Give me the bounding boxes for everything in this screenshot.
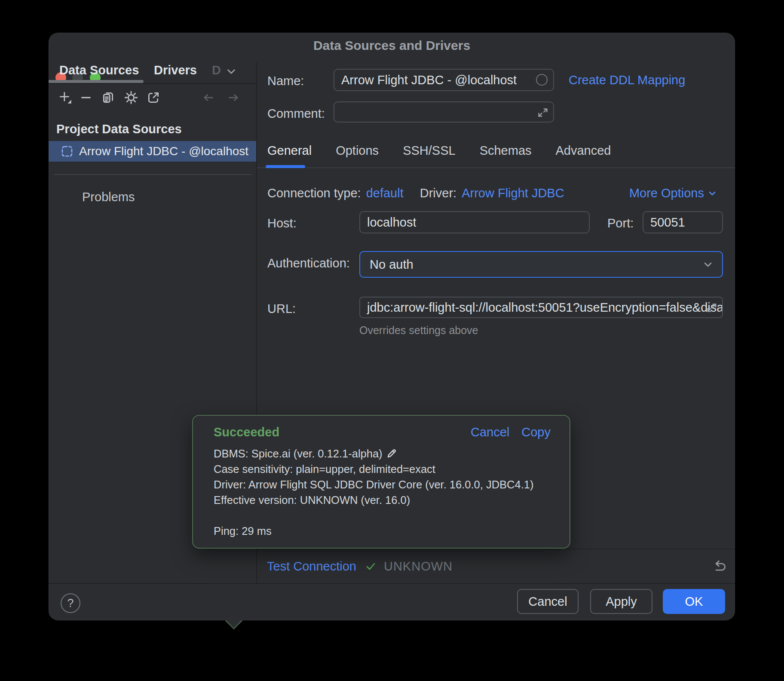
connection-status-bar: Test Connection UNKNOWN bbox=[257, 549, 735, 583]
tab-general[interactable]: General bbox=[267, 144, 312, 158]
effective-version-line: Effective version: UNKNOWN (ver. 16.0) bbox=[214, 492, 533, 508]
popup-pointer-notch bbox=[225, 612, 242, 629]
test-connection-result-popup: Succeeded Cancel Copy DBMS: Spice.ai (ve… bbox=[192, 415, 570, 549]
cancel-button[interactable]: Cancel bbox=[517, 589, 579, 614]
name-input[interactable]: Arrow Flight JDBC - @localhost bbox=[334, 69, 554, 91]
connection-type-row: Connection type:defaultDriver:Arrow Flig… bbox=[267, 186, 564, 200]
tab-schemas[interactable]: Schemas bbox=[480, 144, 532, 158]
ok-button[interactable]: OK bbox=[663, 589, 725, 614]
port-value: 50051 bbox=[643, 215, 685, 230]
url-label: URL: bbox=[267, 302, 296, 316]
popup-cancel-link[interactable]: Cancel bbox=[471, 425, 509, 439]
tab-data-sources[interactable]: Data Sources bbox=[59, 63, 139, 77]
help-button[interactable]: ? bbox=[61, 593, 80, 613]
status-succeeded: Succeeded bbox=[214, 425, 279, 439]
url-note: Overrides settings above bbox=[359, 324, 478, 337]
ping-line: Ping: 29 ms bbox=[214, 523, 533, 539]
tab-advanced[interactable]: Advanced bbox=[556, 144, 611, 158]
url-value: jdbc:arrow-flight-sql://localhost:50051?… bbox=[360, 301, 722, 315]
popup-copy-link[interactable]: Copy bbox=[521, 425, 551, 439]
sidebar-separator bbox=[54, 174, 252, 175]
port-label: Port: bbox=[607, 216, 634, 230]
comment-label: Comment: bbox=[267, 107, 325, 121]
port-input[interactable]: 50051 bbox=[643, 211, 723, 233]
authentication-label: Authentication: bbox=[267, 256, 350, 270]
project-data-sources-header: Project Data Sources bbox=[56, 122, 182, 136]
remove-icon[interactable] bbox=[79, 90, 93, 105]
host-label: Host: bbox=[267, 216, 297, 230]
expand-editor-icon[interactable] bbox=[537, 106, 549, 118]
tabbar-border bbox=[257, 167, 735, 168]
footer-separator bbox=[49, 583, 735, 584]
database-dashed-icon bbox=[61, 145, 74, 158]
help-question-icon: ? bbox=[67, 597, 74, 610]
spacer bbox=[214, 508, 533, 523]
window-title: Data Sources and Drivers bbox=[49, 38, 735, 53]
add-data-source-icon[interactable] bbox=[58, 90, 73, 105]
active-settings-tab-indicator bbox=[266, 165, 305, 168]
name-value: Arrow Flight JDBC - @localhost bbox=[334, 73, 517, 87]
test-connection-link[interactable]: Test Connection bbox=[267, 559, 356, 574]
tab-options[interactable]: Options bbox=[336, 144, 379, 158]
host-input[interactable]: localhost bbox=[359, 211, 590, 233]
open-in-new-window-icon[interactable] bbox=[146, 90, 161, 105]
dbms-text: DBMS: Spice.ai (ver. 0.12.1-alpha) bbox=[214, 448, 383, 460]
forward-arrow-icon[interactable] bbox=[226, 90, 241, 105]
create-ddl-mapping-link[interactable]: Create DDL Mapping bbox=[569, 73, 685, 87]
screen: Data Sources and Drivers Data Sources Dr… bbox=[0, 0, 784, 681]
data-sources-dialog: Data Sources and Drivers Data Sources Dr… bbox=[49, 33, 735, 620]
host-value: localhost bbox=[360, 215, 416, 230]
tab-drivers[interactable]: Drivers bbox=[154, 63, 197, 77]
dbms-line: DBMS: Spice.ai (ver. 0.12.1-alpha) bbox=[214, 446, 533, 461]
duplicate-icon[interactable] bbox=[101, 90, 116, 105]
tab-ssh-ssl[interactable]: SSH/SSL bbox=[403, 144, 456, 158]
connection-result-text: UNKNOWN bbox=[384, 559, 453, 574]
comment-input[interactable] bbox=[334, 101, 554, 123]
success-check-icon bbox=[364, 560, 377, 573]
data-source-list-item-selected[interactable]: Arrow Flight JDBC - @localhost bbox=[49, 141, 256, 162]
progress-ring-icon bbox=[536, 74, 548, 86]
authentication-value: No auth bbox=[360, 258, 413, 272]
sidebar-toolbar bbox=[49, 88, 256, 109]
driver-label: Driver: bbox=[420, 186, 456, 200]
connection-type-label: Connection type: bbox=[267, 186, 361, 200]
popup-body: DBMS: Spice.ai (ver. 0.12.1-alpha) Case … bbox=[214, 446, 533, 539]
connection-type-value-link[interactable]: default bbox=[366, 186, 404, 200]
name-label: Name: bbox=[267, 74, 304, 88]
authentication-select[interactable]: No auth bbox=[359, 251, 723, 278]
more-options-label: More Options bbox=[629, 186, 704, 200]
chevron-down-icon bbox=[707, 189, 717, 198]
chevron-down-icon bbox=[701, 258, 714, 271]
more-options-link[interactable]: More Options bbox=[629, 186, 717, 200]
url-input[interactable]: jdbc:arrow-flight-sql://localhost:50051?… bbox=[359, 297, 723, 318]
settings-tabbar: General Options SSH/SSL Schemas Advanced bbox=[267, 144, 611, 158]
data-source-label: Arrow Flight JDBC - @localhost bbox=[79, 144, 248, 158]
chevron-down-icon[interactable] bbox=[224, 64, 239, 79]
settings-gear-icon[interactable] bbox=[124, 90, 138, 105]
driver-value-link[interactable]: Arrow Flight JDBC bbox=[462, 186, 564, 200]
case-sensitivity-line: Case sensitivity: plain=upper, delimited… bbox=[214, 461, 533, 477]
edit-pencil-icon[interactable] bbox=[386, 448, 397, 459]
tab-ddl-mappings-truncated[interactable]: D bbox=[212, 63, 221, 77]
undo-icon[interactable] bbox=[711, 559, 726, 574]
expand-editor-icon[interactable] bbox=[706, 301, 718, 313]
active-tab-indicator bbox=[49, 80, 144, 83]
back-arrow-icon[interactable] bbox=[201, 90, 216, 105]
apply-button[interactable]: Apply bbox=[590, 589, 652, 614]
driver-line: Driver: Arrow Flight SQL JDBC Driver Cor… bbox=[214, 477, 533, 492]
sidebar-item-problems[interactable]: Problems bbox=[82, 190, 135, 204]
